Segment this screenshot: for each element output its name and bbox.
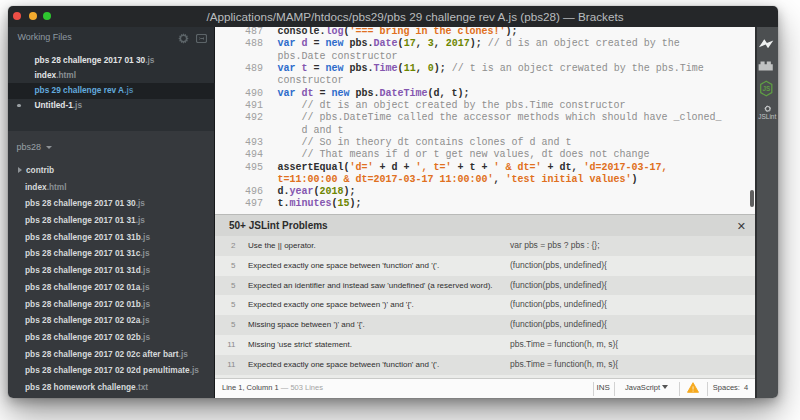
svg-text:JS: JS [762,85,770,92]
